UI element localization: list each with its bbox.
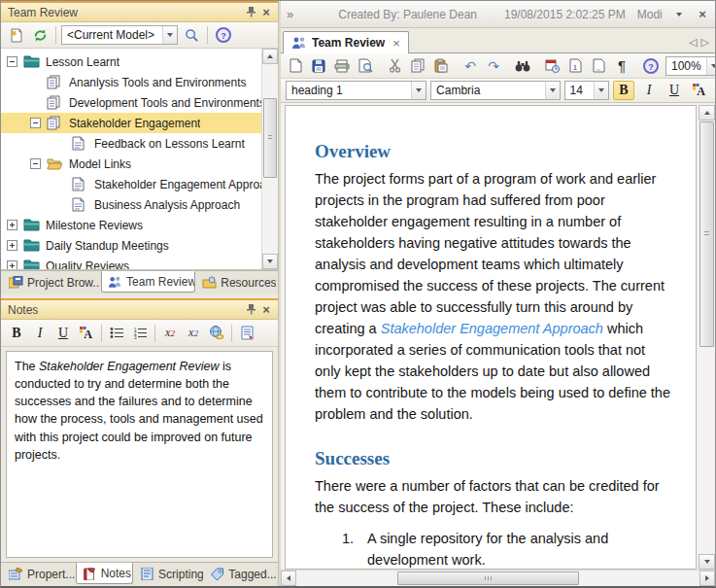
- subscript-button[interactable]: x2: [183, 323, 204, 344]
- new-document-button[interactable]: [285, 55, 306, 77]
- tree-item-model-links[interactable]: Model Links: [1, 154, 261, 174]
- model-selector-dropdown[interactable]: <Current Model>: [61, 25, 178, 45]
- copy-button[interactable]: [407, 55, 428, 77]
- scroll-thumb[interactable]: [263, 98, 277, 178]
- find-button[interactable]: [512, 55, 533, 77]
- numbered-list-button[interactable]: 123: [129, 323, 151, 344]
- tab-project-browser[interactable]: Project Brow...: [3, 272, 100, 293]
- tree-item-stakeholder-engagement[interactable]: Stakeholder Engagement: [1, 113, 261, 133]
- refresh-button[interactable]: [29, 24, 51, 46]
- tab-properties[interactable]: Propert...: [3, 564, 75, 584]
- tree-item-feedback-lessons[interactable]: Feedback on Lessons Learnt: [1, 133, 261, 154]
- chevron-down-icon[interactable]: [594, 82, 608, 99]
- font-value: Cambria: [431, 84, 544, 97]
- superscript-button[interactable]: x2: [159, 323, 181, 344]
- tree-item-business-analysis-approach[interactable]: Business Analysis Approach: [1, 194, 261, 215]
- scroll-thumb[interactable]: [397, 571, 579, 585]
- print-preview-button[interactable]: [355, 55, 376, 77]
- bold-button[interactable]: B: [6, 324, 27, 343]
- chevron-down-icon[interactable]: [676, 13, 682, 17]
- scroll-down-icon[interactable]: [699, 554, 715, 570]
- insert-page-count-button[interactable]: ,,: [588, 55, 609, 77]
- tab-resources[interactable]: Resources: [196, 272, 276, 293]
- underline-button[interactable]: U: [664, 81, 685, 100]
- chevron-down-icon[interactable]: [545, 82, 560, 99]
- tab-tagged-values[interactable]: Tagged...: [204, 564, 276, 584]
- undo-button[interactable]: ↶: [460, 55, 481, 77]
- document-scrollbar[interactable]: [699, 105, 715, 570]
- overflow-chevron-icon[interactable]: »: [287, 7, 293, 21]
- underline-button[interactable]: U: [52, 324, 74, 343]
- pin-icon[interactable]: [243, 302, 258, 317]
- tab-team-review[interactable]: Team Review: [101, 271, 195, 293]
- new-post-button[interactable]: [5, 24, 26, 46]
- document-page[interactable]: Overview The project forms part of a pro…: [285, 105, 697, 570]
- style-dropdown[interactable]: heading 1: [286, 81, 426, 100]
- tree-item-milestone-reviews[interactable]: Milestone Reviews: [1, 215, 261, 235]
- collapse-expander-icon[interactable]: [30, 158, 41, 169]
- font-size-dropdown[interactable]: 14: [564, 81, 609, 100]
- scroll-right-icon[interactable]: [699, 571, 715, 586]
- next-tab-icon[interactable]: ▷: [701, 36, 709, 49]
- insert-page-number-button[interactable]: 1: [564, 55, 586, 77]
- scroll-up-icon[interactable]: [262, 49, 278, 64]
- chevron-down-icon[interactable]: [162, 26, 177, 44]
- search-button[interactable]: [181, 24, 202, 46]
- scroll-up-icon[interactable]: [699, 105, 715, 121]
- italic-button[interactable]: I: [29, 324, 51, 343]
- tab-notes[interactable]: Notes: [76, 563, 133, 584]
- close-icon[interactable]: ×: [258, 5, 274, 19]
- scroll-thumb[interactable]: [699, 121, 714, 347]
- help-button[interactable]: ?: [213, 24, 234, 46]
- print-button[interactable]: [331, 55, 353, 77]
- editor-toolbar: ↶ ↷ 1 ,, ¶ ? 100%: [281, 53, 715, 79]
- notes-text-area[interactable]: The Stakeholder Engagement Review is con…: [6, 351, 273, 558]
- tree-item-quality-reviews[interactable]: Quality Reviews: [1, 256, 261, 269]
- new-document-icon: [9, 27, 23, 43]
- scroll-left-icon[interactable]: [281, 571, 296, 586]
- tree-scrollbar[interactable]: [261, 49, 278, 269]
- save-button[interactable]: [308, 55, 329, 77]
- chevron-down-icon[interactable]: [411, 82, 426, 99]
- close-tab-icon[interactable]: ×: [392, 36, 400, 51]
- collapse-expander-icon[interactable]: [30, 118, 41, 128]
- paragraph-marks-button[interactable]: ¶: [611, 55, 632, 77]
- redo-button[interactable]: ↷: [483, 55, 504, 77]
- pin-icon[interactable]: [243, 5, 258, 19]
- font-dropdown[interactable]: Cambria: [430, 81, 560, 100]
- tree-item-lesson-learnt[interactable]: Lesson Learnt: [1, 52, 261, 72]
- font-color-button[interactable]: A: [689, 80, 710, 101]
- expand-expander-icon[interactable]: [7, 260, 17, 269]
- cut-button[interactable]: [384, 55, 405, 77]
- document-heading-overview: Overview: [315, 141, 670, 162]
- tree-item-analysis-tools[interactable]: Ananlysis Tools and Environments: [1, 72, 261, 92]
- bullet-list-button[interactable]: [106, 323, 127, 344]
- close-icon[interactable]: ×: [696, 7, 709, 21]
- scroll-down-icon[interactable]: [262, 254, 278, 269]
- tab-team-review-document[interactable]: Team Review ×: [283, 31, 409, 53]
- edit-notes-document-button[interactable]: [236, 323, 257, 344]
- insert-datetime-button[interactable]: [541, 55, 563, 77]
- tree-item-stakeholder-approach[interactable]: Stakeholder Engagement Approach: [1, 174, 261, 194]
- chevron-down-icon[interactable]: [706, 57, 716, 75]
- tree-item-daily-standup[interactable]: Daily Standup Meetings: [1, 235, 261, 256]
- notes-document-icon: [241, 326, 254, 340]
- zoom-dropdown[interactable]: 100%: [665, 56, 716, 76]
- stakeholder-approach-link[interactable]: Stakeholder Engagement Approach: [381, 321, 603, 336]
- expand-expander-icon[interactable]: [7, 240, 17, 251]
- collapse-expander-icon[interactable]: [7, 56, 17, 67]
- help-button[interactable]: ?: [640, 55, 662, 77]
- expand-expander-icon[interactable]: [7, 220, 17, 230]
- close-icon[interactable]: ×: [258, 302, 274, 317]
- bold-button[interactable]: B: [613, 81, 634, 100]
- italic-button[interactable]: I: [638, 81, 660, 100]
- horizontal-scrollbar[interactable]: [281, 570, 715, 586]
- prev-tab-icon[interactable]: ◁: [689, 36, 697, 49]
- font-color-button[interactable]: A: [76, 323, 97, 344]
- paste-button[interactable]: [430, 55, 452, 77]
- tab-scripting[interactable]: Scripting: [134, 564, 203, 584]
- folder-icon: [23, 238, 41, 254]
- tree-item-development-tools[interactable]: Development Tools and Environments: [1, 92, 261, 113]
- hyperlink-button[interactable]: [206, 323, 227, 344]
- app-window: Team Review × <Current Model>: [0, 0, 716, 588]
